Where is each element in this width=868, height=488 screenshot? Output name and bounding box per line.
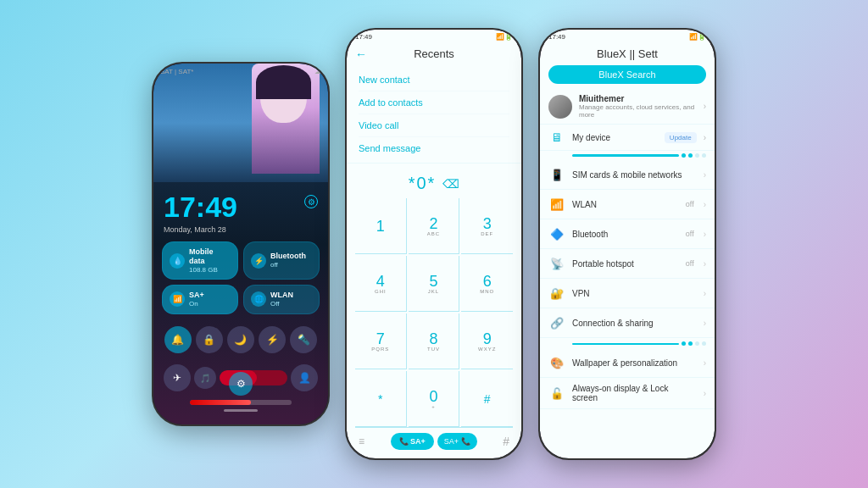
key-8[interactable]: 8TUV bbox=[409, 313, 460, 369]
backspace-button[interactable]: ⌫ bbox=[442, 177, 459, 191]
dot-4 bbox=[702, 153, 706, 158]
device-row[interactable]: 🖥 My device Update › bbox=[540, 125, 715, 151]
call-btn-sa2[interactable]: SA+ 📞 bbox=[437, 433, 477, 450]
status-bar-phone3: 17:49 📶🔋 bbox=[540, 30, 715, 44]
dial-number: *0* bbox=[409, 174, 437, 193]
signal-tile[interactable]: 📶 SA+ On bbox=[162, 285, 238, 313]
divider-dot-4 bbox=[702, 341, 706, 346]
wlan-tile[interactable]: 🌐 WLAN Off bbox=[243, 285, 320, 313]
phone-1: SAT | SAT* ☁ 17:49 Monday, March 28 ⚙ 💧 … bbox=[152, 62, 330, 426]
key-7[interactable]: 7PQRS bbox=[355, 313, 407, 369]
account-info: Miuithemer Manage accounts, cloud servic… bbox=[579, 94, 697, 119]
video-call-action[interactable]: Video call bbox=[359, 114, 509, 137]
shortcut-btn-4[interactable]: ⚡ bbox=[259, 326, 286, 353]
wlan-settings-value: off bbox=[686, 200, 694, 208]
dialer-bottom-bar: ≡ 📞 SA+ SA+ 📞 # bbox=[355, 427, 513, 453]
shortcut-btn-2[interactable]: 🔒 bbox=[196, 326, 223, 353]
account-chevron-icon: › bbox=[704, 102, 706, 111]
always-on-display-item[interactable]: 🔓 Always-on display & Lock screen › bbox=[540, 378, 715, 409]
vpn-item[interactable]: 🔐 VPN › bbox=[540, 279, 715, 308]
volume-fill bbox=[190, 400, 251, 405]
wlan-settings-label: WLAN bbox=[572, 200, 679, 209]
key-hash[interactable]: # bbox=[461, 371, 513, 427]
connection-sharing-chevron-icon: › bbox=[704, 319, 706, 328]
settings-circle-btn[interactable]: ⚙ bbox=[229, 372, 253, 396]
status-right: ☁ bbox=[314, 68, 321, 75]
key-2[interactable]: 2ABC bbox=[409, 198, 460, 254]
dot-3 bbox=[695, 153, 699, 158]
menu-icon[interactable]: ≡ bbox=[359, 435, 364, 447]
dot-2 bbox=[688, 153, 693, 158]
wlan-status: Off bbox=[270, 300, 293, 308]
bluetooth-tile[interactable]: ⚡ Bluetooth off bbox=[243, 241, 320, 280]
hotspot-item[interactable]: 📡 Portable hotspot off › bbox=[540, 249, 715, 279]
divider-dot-2 bbox=[688, 341, 693, 346]
signal-icon: 📶 bbox=[170, 291, 185, 307]
key-star[interactable]: * bbox=[355, 371, 407, 427]
always-on-icon: 🔓 bbox=[548, 385, 565, 402]
always-on-label: Always-on display & Lock screen bbox=[572, 384, 694, 402]
account-name: Miuithemer bbox=[579, 94, 697, 103]
call-buttons: 📞 SA+ SA+ 📞 bbox=[391, 433, 477, 450]
hotspot-icon: 📡 bbox=[548, 255, 565, 272]
status-icons-p2: 📶🔋 bbox=[496, 33, 513, 41]
date-display: Monday, March 28 bbox=[164, 225, 237, 234]
update-badge[interactable]: Update bbox=[665, 132, 697, 143]
key-3[interactable]: 3DEF bbox=[461, 198, 513, 254]
add-to-contacts-action[interactable]: Add to contacts bbox=[359, 92, 509, 114]
account-avatar bbox=[548, 95, 572, 119]
connection-sharing-icon: 🔗 bbox=[548, 314, 565, 331]
call-btn-sa1[interactable]: 📞 SA+ bbox=[391, 433, 434, 450]
keypad-toggle-icon[interactable]: # bbox=[503, 435, 509, 448]
account-row[interactable]: Miuithemer Manage accounts, cloud servic… bbox=[540, 89, 715, 125]
back-button[interactable]: ← bbox=[355, 47, 367, 61]
wallpaper-label: Wallpaper & personalization bbox=[572, 358, 694, 368]
vpn-label: VPN bbox=[572, 289, 694, 298]
mobile-data-tile[interactable]: 💧 Mobile data 108.8 GB bbox=[162, 241, 238, 280]
bluetooth-icon: ⚡ bbox=[251, 253, 266, 269]
mobile-data-icon: 💧 bbox=[170, 253, 185, 269]
key-0[interactable]: 0+ bbox=[409, 371, 460, 427]
status-left: SAT | SAT* bbox=[160, 68, 193, 75]
connection-sharing-item[interactable]: 🔗 Connection & sharing › bbox=[540, 308, 715, 338]
bluetooth-settings-label: Bluetooth bbox=[572, 230, 679, 239]
settings-icon[interactable]: ⚙ bbox=[304, 195, 318, 208]
shortcut-btn-5[interactable]: 🔦 bbox=[290, 326, 317, 353]
sim-icon: 📱 bbox=[548, 166, 565, 183]
key-5[interactable]: 5JKL bbox=[409, 256, 460, 312]
shortcut-btn-1[interactable]: 🔔 bbox=[164, 326, 192, 353]
shortcut-btn-3[interactable]: 🌙 bbox=[227, 326, 254, 353]
home-indicator[interactable] bbox=[224, 409, 258, 412]
hotspot-label: Portable hotspot bbox=[572, 259, 679, 269]
bluetooth-settings-icon: 🔷 bbox=[548, 225, 565, 242]
wlan-item[interactable]: 📶 WLAN off › bbox=[540, 190, 715, 219]
send-message-action[interactable]: Send message bbox=[359, 137, 509, 159]
bluetooth-item[interactable]: 🔷 Bluetooth off › bbox=[540, 219, 715, 249]
key-6[interactable]: 6MNO bbox=[461, 256, 513, 312]
account-desc: Manage accounts, cloud services, and mor… bbox=[579, 103, 697, 119]
bottom-controls: ⚙ bbox=[153, 372, 328, 412]
bluetooth-chevron-icon: › bbox=[704, 230, 706, 239]
wallpaper-icon: 🎨 bbox=[548, 354, 565, 371]
contact-actions-list: New contact Add to contacts Video call S… bbox=[347, 65, 521, 164]
key-9[interactable]: 9WXYZ bbox=[461, 313, 513, 369]
section-divider bbox=[540, 338, 715, 348]
wallpaper-item[interactable]: 🎨 Wallpaper & personalization › bbox=[540, 348, 715, 378]
always-on-chevron-icon: › bbox=[704, 389, 706, 398]
key-1[interactable]: 1 bbox=[355, 198, 407, 254]
time-display: 17:49 bbox=[164, 191, 237, 224]
lockscreen-bg: SAT | SAT* ☁ 17:49 Monday, March 28 ⚙ 💧 … bbox=[153, 64, 328, 424]
vpn-icon: 🔐 bbox=[548, 285, 565, 302]
signal-status: On bbox=[189, 300, 204, 308]
signal-label: SA+ bbox=[189, 291, 204, 300]
wallpaper-top bbox=[153, 64, 328, 182]
sim-networks-item[interactable]: 📱 SIM cards & mobile networks › bbox=[540, 160, 715, 190]
wlan-icon: 🌐 bbox=[251, 291, 266, 307]
settings-title: BlueX || Sett bbox=[540, 44, 715, 65]
key-4[interactable]: 4GHI bbox=[355, 256, 407, 312]
status-icons-p3: 📶🔋 bbox=[689, 33, 706, 41]
new-contact-action[interactable]: New contact bbox=[359, 69, 509, 92]
wlan-settings-icon: 📶 bbox=[548, 196, 565, 213]
dialer-screen: 17:49 📶🔋 ← Recents New contact Add to co… bbox=[347, 30, 521, 458]
bluex-search-bar[interactable]: BlueX Search bbox=[548, 65, 706, 84]
